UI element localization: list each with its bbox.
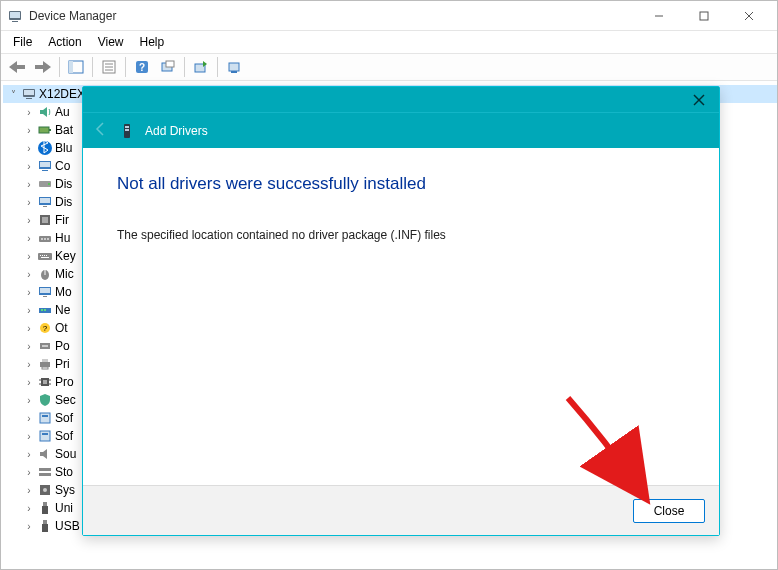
expand-icon[interactable]: › [23, 413, 35, 424]
svg-rect-32 [40, 198, 50, 203]
expand-icon[interactable]: › [23, 179, 35, 190]
tree-item-label: Po [55, 339, 70, 353]
tree-item-label: Sof [55, 429, 73, 443]
tree-item-label: Bat [55, 123, 73, 137]
keyboard-icon [37, 248, 53, 264]
svg-rect-57 [42, 345, 48, 347]
dialog-close-button[interactable]: Close [633, 499, 705, 523]
svg-rect-62 [43, 380, 47, 384]
svg-rect-45 [41, 257, 49, 258]
security-icon [37, 392, 53, 408]
svg-point-52 [41, 309, 43, 311]
svg-point-74 [43, 488, 47, 492]
expand-icon[interactable]: › [23, 359, 35, 370]
expand-icon[interactable]: › [23, 485, 35, 496]
back-arrow-icon[interactable] [93, 121, 109, 141]
expand-icon[interactable]: › [23, 449, 35, 460]
forward-button[interactable] [31, 55, 55, 79]
usb-icon [37, 518, 53, 534]
dialog-header-label: Add Drivers [145, 124, 208, 138]
svg-rect-44 [46, 255, 47, 256]
tree-item-label: Blu [55, 141, 72, 155]
expand-icon[interactable]: › [23, 143, 35, 154]
svg-rect-2 [12, 21, 18, 22]
tree-root-label: X12DEX [39, 87, 85, 101]
disk-icon [37, 176, 53, 192]
svg-rect-78 [42, 524, 48, 532]
expand-icon[interactable]: › [23, 161, 35, 172]
expand-icon[interactable]: › [23, 323, 35, 334]
menu-file[interactable]: File [5, 33, 40, 51]
tree-item-label: Uni [55, 501, 73, 515]
tree-item-label: Au [55, 105, 70, 119]
svg-rect-28 [42, 170, 48, 171]
add-driver-button[interactable] [222, 55, 246, 79]
svg-rect-77 [43, 520, 47, 524]
svg-text:?: ? [43, 324, 48, 333]
svg-rect-16 [166, 61, 174, 67]
minimize-button[interactable] [636, 1, 681, 31]
expand-icon[interactable]: › [23, 305, 35, 316]
svg-rect-49 [40, 288, 50, 293]
menu-view[interactable]: View [90, 33, 132, 51]
show-hide-tree-button[interactable] [64, 55, 88, 79]
svg-rect-67 [40, 413, 50, 423]
mouse-icon [37, 266, 53, 282]
menu-action[interactable]: Action [40, 33, 89, 51]
maximize-button[interactable] [681, 1, 726, 31]
tree-item-label: Co [55, 159, 70, 173]
svg-rect-43 [44, 255, 45, 256]
help-button[interactable]: ? [130, 55, 154, 79]
titlebar: Device Manager [1, 1, 777, 31]
tree-item-label: Mo [55, 285, 72, 299]
dialog-titlebar [83, 87, 719, 112]
menu-help[interactable]: Help [132, 33, 173, 51]
svg-rect-38 [44, 238, 46, 240]
tree-item-label: Pri [55, 357, 70, 371]
svg-rect-70 [42, 433, 48, 435]
expand-icon[interactable]: › [23, 341, 35, 352]
monitor-icon [37, 284, 53, 300]
other-icon: ? [37, 320, 53, 336]
svg-text:?: ? [139, 62, 145, 73]
expand-icon[interactable]: › [23, 503, 35, 514]
expand-icon[interactable]: › [23, 233, 35, 244]
speaker-icon [37, 104, 53, 120]
expand-icon[interactable]: › [23, 467, 35, 478]
tree-item-label: USB [55, 519, 80, 533]
scan-button[interactable] [156, 55, 180, 79]
close-button[interactable] [726, 1, 771, 31]
expand-icon[interactable]: › [23, 215, 35, 226]
tree-item-label: Hu [55, 231, 70, 245]
svg-rect-22 [26, 98, 32, 99]
close-button-label: Close [654, 504, 685, 518]
battery-icon [37, 122, 53, 138]
svg-rect-4 [700, 12, 708, 20]
driver-icon [119, 123, 135, 139]
expand-icon[interactable]: › [23, 269, 35, 280]
printer-icon [37, 356, 53, 372]
svg-rect-18 [229, 63, 239, 71]
toolbar: ? [1, 53, 777, 81]
expand-icon[interactable]: › [23, 251, 35, 262]
expand-icon[interactable]: › [23, 287, 35, 298]
expand-icon[interactable]: › [23, 125, 35, 136]
back-button[interactable] [5, 55, 29, 79]
software-icon [37, 428, 53, 444]
expand-icon[interactable]: › [23, 395, 35, 406]
tree-item-label: Key [55, 249, 76, 263]
expand-icon[interactable]: › [23, 377, 35, 388]
computer-icon [37, 158, 53, 174]
update-driver-button[interactable] [189, 55, 213, 79]
dialog-close-x[interactable] [687, 90, 711, 110]
tree-item-label: Fir [55, 213, 69, 227]
expand-icon[interactable]: › [23, 521, 35, 532]
svg-rect-39 [47, 238, 49, 240]
collapse-icon[interactable]: ˅ [7, 89, 19, 100]
software-icon [37, 410, 53, 426]
expand-icon[interactable]: › [23, 197, 35, 208]
expand-icon[interactable]: › [23, 431, 35, 442]
svg-rect-71 [39, 468, 51, 471]
expand-icon[interactable]: › [23, 107, 35, 118]
properties-button[interactable] [97, 55, 121, 79]
